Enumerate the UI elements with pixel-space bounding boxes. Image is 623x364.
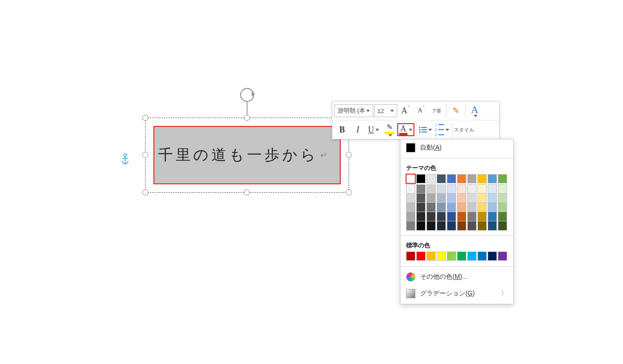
color-swatch[interactable] — [457, 251, 466, 261]
color-swatch[interactable] — [437, 174, 446, 183]
color-swatch[interactable] — [426, 194, 436, 203]
color-swatch[interactable] — [467, 203, 477, 212]
color-swatch[interactable] — [416, 184, 426, 194]
resize-handle-mr[interactable] — [346, 152, 352, 158]
color-swatch[interactable] — [488, 194, 497, 203]
color-swatch[interactable] — [447, 194, 456, 203]
color-swatch[interactable] — [457, 203, 466, 212]
resize-handle-ml[interactable] — [142, 152, 148, 158]
color-swatch[interactable] — [498, 221, 507, 231]
automatic-label: 自動(A) — [420, 144, 442, 152]
color-swatch[interactable] — [457, 194, 466, 203]
automatic-color-item[interactable]: 自動(A) — [400, 139, 513, 156]
color-swatch[interactable] — [488, 212, 497, 221]
color-swatch[interactable] — [416, 221, 426, 231]
italic-button[interactable]: I — [350, 123, 366, 137]
resize-handle-br[interactable] — [346, 189, 352, 195]
color-swatch[interactable] — [467, 194, 477, 203]
color-swatch[interactable] — [477, 251, 487, 261]
color-swatch[interactable] — [457, 184, 466, 194]
underline-button[interactable]: U — [366, 123, 381, 137]
bold-button[interactable]: B — [334, 123, 350, 137]
color-swatch[interactable] — [426, 203, 436, 212]
color-swatch[interactable] — [437, 221, 446, 231]
shrink-font-button[interactable]: Aˇ — [413, 104, 429, 118]
color-swatch[interactable] — [498, 194, 507, 203]
resize-handle-tl[interactable] — [142, 115, 148, 121]
color-swatch[interactable] — [488, 251, 497, 261]
color-swatch[interactable] — [467, 251, 477, 261]
color-swatch[interactable] — [447, 203, 456, 212]
color-swatch[interactable] — [457, 212, 466, 221]
textbox-selection[interactable]: 千里の道も一歩から ↵ — [153, 126, 341, 184]
resize-handle-bl[interactable] — [142, 189, 148, 195]
more-colors-label: その他の色(M)... — [420, 273, 468, 281]
color-swatch[interactable] — [477, 184, 487, 194]
color-swatch[interactable] — [498, 184, 507, 194]
color-swatch[interactable] — [437, 251, 446, 261]
color-swatch[interactable] — [467, 212, 477, 221]
color-swatch[interactable] — [447, 221, 456, 231]
textbox-text[interactable]: 千里の道も一歩から — [158, 145, 318, 165]
color-swatch[interactable] — [406, 184, 415, 194]
color-swatch[interactable] — [406, 212, 415, 221]
color-swatch[interactable] — [447, 184, 456, 194]
color-swatch[interactable] — [467, 174, 477, 183]
color-swatch[interactable] — [406, 251, 415, 261]
bullets-button[interactable] — [418, 123, 433, 137]
color-swatch[interactable] — [416, 251, 426, 261]
color-swatch[interactable] — [406, 194, 415, 203]
color-swatch[interactable] — [477, 221, 487, 231]
color-swatch[interactable] — [477, 212, 487, 221]
color-swatch[interactable] — [447, 212, 456, 221]
color-swatch[interactable] — [416, 194, 426, 203]
color-swatch[interactable] — [447, 251, 456, 261]
color-swatch[interactable] — [477, 194, 487, 203]
color-swatch[interactable] — [406, 174, 415, 183]
font-size-combo[interactable]: 12 — [374, 104, 397, 117]
color-swatch[interactable] — [477, 203, 487, 212]
color-swatch[interactable] — [477, 174, 487, 183]
color-swatch[interactable] — [488, 174, 497, 183]
color-swatch[interactable] — [406, 203, 415, 212]
color-swatch[interactable] — [416, 203, 426, 212]
resize-handle-bm[interactable] — [244, 189, 250, 195]
color-swatch[interactable] — [426, 184, 436, 194]
color-swatch[interactable] — [457, 221, 466, 231]
more-colors-item[interactable]: その他の色(M)... — [400, 269, 513, 285]
color-swatch[interactable] — [498, 174, 507, 183]
font-color-button[interactable]: A — [397, 123, 414, 136]
rotate-handle[interactable] — [240, 88, 254, 102]
color-swatch[interactable] — [437, 184, 446, 194]
highlight-color-button[interactable]: ✎ — [381, 123, 397, 137]
color-swatch[interactable] — [467, 184, 477, 194]
color-swatch[interactable] — [447, 174, 456, 183]
color-swatch[interactable] — [467, 221, 477, 231]
color-swatch[interactable] — [416, 212, 426, 221]
resize-handle-tm[interactable] — [244, 115, 250, 121]
color-swatch[interactable] — [437, 203, 446, 212]
color-swatch[interactable] — [488, 221, 497, 231]
underline-icon: U — [368, 125, 374, 135]
numbering-button[interactable]: 1 2 3 — [433, 123, 451, 137]
font-name-combo[interactable]: 游明朝 (本 — [334, 104, 373, 117]
color-swatch[interactable] — [488, 184, 497, 194]
color-swatch[interactable] — [457, 174, 466, 183]
color-swatch[interactable] — [437, 194, 446, 203]
color-swatch[interactable] — [498, 251, 507, 261]
color-swatch[interactable] — [437, 212, 446, 221]
color-swatch[interactable] — [426, 221, 436, 231]
styles-button[interactable]: A — [467, 104, 483, 118]
color-swatch[interactable] — [498, 203, 507, 212]
format-painter-button[interactable]: ✎ — [448, 104, 464, 118]
color-swatch[interactable] — [426, 251, 436, 261]
gradient-item[interactable]: グラデーション(G) 〉 — [400, 285, 513, 302]
phonetic-guide-button[interactable]: ア 亜 — [429, 104, 445, 118]
grow-font-button[interactable]: Aˆ — [397, 104, 413, 118]
color-swatch[interactable] — [406, 221, 415, 231]
color-swatch[interactable] — [488, 203, 497, 212]
color-swatch[interactable] — [416, 174, 426, 183]
color-swatch[interactable] — [426, 212, 436, 221]
color-swatch[interactable] — [498, 212, 507, 221]
color-swatch[interactable] — [426, 174, 436, 183]
